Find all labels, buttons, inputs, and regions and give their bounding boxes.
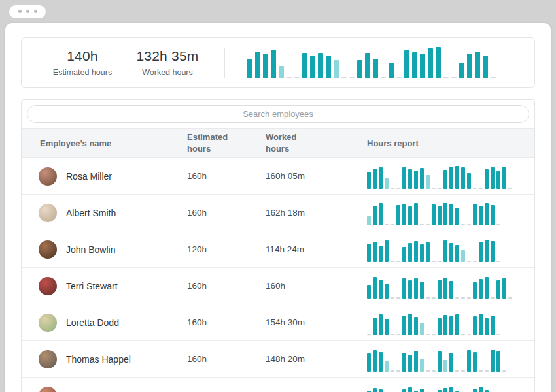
hours-chart — [367, 237, 516, 262]
column-header-hours-report: Hours report — [367, 139, 534, 148]
window-dot-icon — [18, 10, 22, 13]
column-header-estimated-hours: Estimated hours — [187, 131, 266, 154]
table-row[interactable]: John Bowlin 120h 114h 24m — [22, 231, 534, 268]
employees-table: Employee’s name Estimated hours Worked h… — [21, 99, 535, 392]
estimated-cell: 160h — [187, 171, 266, 181]
worked-cell: 114h 24m — [266, 244, 367, 254]
avatar — [39, 314, 57, 332]
employee-name: Albert Smith — [66, 208, 116, 218]
estimated-cell: 160h — [187, 354, 266, 364]
worked-hours-stat: 132h 35m Worked hours — [125, 48, 210, 77]
hours-chart — [367, 201, 516, 225]
avatar — [39, 204, 57, 222]
hours-chart — [367, 347, 516, 372]
estimated-cell: 160h — [187, 281, 266, 291]
hours-chart — [367, 384, 516, 392]
hours-chart — [367, 274, 516, 299]
window-dot-icon — [34, 10, 37, 13]
table-row[interactable]: Rosa Miller 160h 160h 05m — [22, 158, 534, 195]
worked-hours-label: Worked hours — [125, 68, 210, 77]
window-dot-icon — [26, 10, 29, 13]
avatar — [39, 240, 57, 259]
worked-cell: 160h 05m — [266, 171, 367, 181]
hours-chart — [367, 164, 516, 189]
estimated-hours-value: 140h — [40, 48, 125, 64]
worked-hours-value: 132h 35m — [125, 48, 210, 64]
employee-name: Rosa Miller — [66, 171, 112, 182]
column-header-worked-hours: Worked hours — [266, 131, 367, 154]
estimated-hours-label: Estimated hours — [40, 68, 125, 77]
summary-chart — [247, 47, 516, 78]
table-row[interactable]: Loretta Dodd 160h 154h 30m — [22, 304, 534, 341]
avatar — [39, 387, 57, 392]
worked-cell: 154h 30m — [266, 318, 367, 327]
estimated-cell: 120h — [187, 244, 266, 254]
divider — [224, 48, 225, 78]
summary-card: 140h Estimated hours 132h 35m Worked hou… — [21, 37, 535, 88]
table-row[interactable]: Terri Stewart 160h 160h — [22, 268, 534, 304]
employee-name: Terri Stewart — [66, 281, 118, 291]
window-controls[interactable] — [9, 5, 46, 18]
estimated-cell: 160h — [187, 318, 266, 327]
hours-chart — [367, 310, 516, 335]
avatar — [39, 277, 57, 295]
table-row[interactable] — [22, 378, 534, 392]
search-input[interactable] — [27, 105, 529, 123]
worked-cell: 160h — [266, 281, 367, 291]
employee-name: John Bowlin — [66, 244, 116, 255]
avatar — [39, 167, 57, 186]
column-header-employee-name: Employee’s name — [22, 139, 187, 148]
table-row[interactable]: Thomas Happel 160h 148h 20m — [22, 341, 534, 378]
table-header: Employee’s name Estimated hours Worked h… — [22, 128, 534, 158]
table-row[interactable]: Albert Smith 160h 162h 18m — [22, 195, 534, 231]
worked-cell: 162h 18m — [266, 208, 367, 218]
estimated-cell: 160h — [187, 208, 266, 218]
window-titlebar — [0, 0, 556, 23]
employee-name: Loretta Dodd — [66, 318, 119, 328]
estimated-hours-stat: 140h Estimated hours — [40, 48, 125, 77]
avatar — [39, 350, 57, 368]
app-window: 140h Estimated hours 132h 35m Worked hou… — [5, 23, 551, 392]
worked-cell: 148h 20m — [266, 354, 367, 364]
employee-name: Thomas Happel — [66, 354, 131, 365]
table-body: Rosa Miller 160h 160h 05m Albert Smith 1… — [22, 158, 534, 392]
